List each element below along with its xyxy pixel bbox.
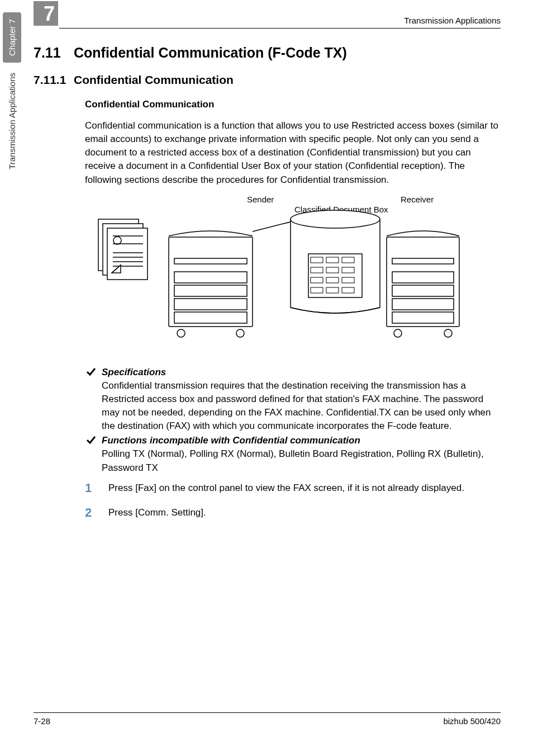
- check-item-title: Functions incompatible with Confidential…: [102, 435, 360, 446]
- heading-2: 7.11.1Confidential Communication: [34, 73, 501, 87]
- svg-rect-14: [174, 272, 247, 283]
- svg-rect-23: [326, 257, 339, 263]
- section-number-badge: 7: [34, 1, 58, 26]
- svg-rect-13: [174, 258, 247, 264]
- label-receiver: Receiver: [401, 195, 434, 204]
- step-number: 2: [85, 504, 92, 521]
- check-item: Specifications Confidential transmission…: [85, 366, 501, 433]
- step-item: 2 Press [Comm. Setting].: [85, 506, 501, 519]
- product-name: bizhub 500/420: [443, 716, 501, 726]
- sender-copier-icon: [169, 231, 253, 337]
- heading-3: Confidential Communication: [85, 99, 501, 110]
- sender-documents-icon: [98, 219, 147, 280]
- diagram-svg: Sender Receiver Classified Document Box: [85, 192, 465, 349]
- svg-point-19: [236, 329, 244, 337]
- svg-rect-39: [392, 312, 454, 323]
- check-item: Functions incompatible with Confidential…: [85, 434, 501, 474]
- svg-rect-35: [392, 258, 454, 264]
- svg-rect-36: [392, 272, 454, 283]
- side-tab-title: Transmission Applications: [7, 73, 17, 169]
- heading-1-title: Confidential Communication (F-Code TX): [74, 45, 347, 60]
- svg-rect-24: [342, 257, 354, 263]
- running-header: Transmission Applications: [404, 16, 501, 25]
- svg-rect-29: [326, 277, 339, 283]
- checkmark-icon: [86, 435, 96, 449]
- step-text: Press [Fax] on the control panel to view…: [108, 483, 464, 493]
- step-number: 1: [85, 479, 92, 497]
- svg-rect-30: [342, 277, 354, 283]
- svg-rect-25: [311, 267, 323, 273]
- heading-1-number: 7.11: [34, 45, 74, 61]
- step-item: 1 Press [Fax] on the control panel to vi…: [85, 481, 501, 495]
- heading-1: 7.11Confidential Communication (F-Code T…: [34, 45, 501, 61]
- svg-point-18: [177, 329, 185, 337]
- svg-rect-37: [392, 285, 454, 296]
- svg-rect-16: [174, 299, 247, 310]
- diagram: Sender Receiver Classified Document Box: [85, 192, 501, 351]
- header-rule: [59, 28, 501, 29]
- svg-rect-17: [174, 312, 247, 323]
- svg-rect-31: [311, 287, 323, 293]
- svg-point-20: [291, 210, 380, 228]
- heading-2-title: Confidential Communication: [74, 73, 234, 86]
- svg-point-40: [394, 329, 402, 337]
- intro-paragraph: Confidential communication is a function…: [85, 119, 501, 187]
- side-tab-chapter: Chapter 7: [3, 12, 21, 63]
- svg-rect-26: [326, 267, 339, 273]
- numbered-steps: 1 Press [Fax] on the control panel to vi…: [85, 481, 501, 519]
- receiver-copier-icon: [387, 231, 459, 337]
- svg-rect-15: [174, 285, 247, 296]
- svg-rect-32: [326, 287, 339, 293]
- svg-point-41: [444, 329, 452, 337]
- document-box-icon: [291, 210, 380, 313]
- footer-rule: [34, 712, 501, 713]
- page-number: 7-28: [34, 716, 50, 726]
- footer: 7-28 bizhub 500/420: [34, 712, 501, 726]
- body-block: Confidential Communication Confidential …: [85, 99, 501, 519]
- svg-rect-22: [311, 257, 323, 263]
- svg-rect-33: [342, 287, 354, 293]
- check-item-title: Specifications: [102, 367, 166, 377]
- check-list: Specifications Confidential transmission…: [85, 366, 501, 475]
- svg-rect-27: [342, 267, 354, 273]
- check-item-body: Confidential transmission requires that …: [102, 380, 491, 431]
- side-tab: Chapter 7 Transmission Applications: [0, 12, 23, 169]
- checkmark-icon: [86, 367, 96, 381]
- svg-rect-38: [392, 299, 454, 310]
- check-item-body: Polling TX (Normal), Polling RX (Normal)…: [102, 448, 484, 472]
- label-sender: Sender: [247, 195, 274, 204]
- content-area: 7.11Confidential Communication (F-Code T…: [34, 45, 501, 531]
- svg-rect-28: [311, 277, 323, 283]
- heading-2-number: 7.11.1: [34, 73, 74, 87]
- step-text: Press [Comm. Setting].: [108, 507, 206, 518]
